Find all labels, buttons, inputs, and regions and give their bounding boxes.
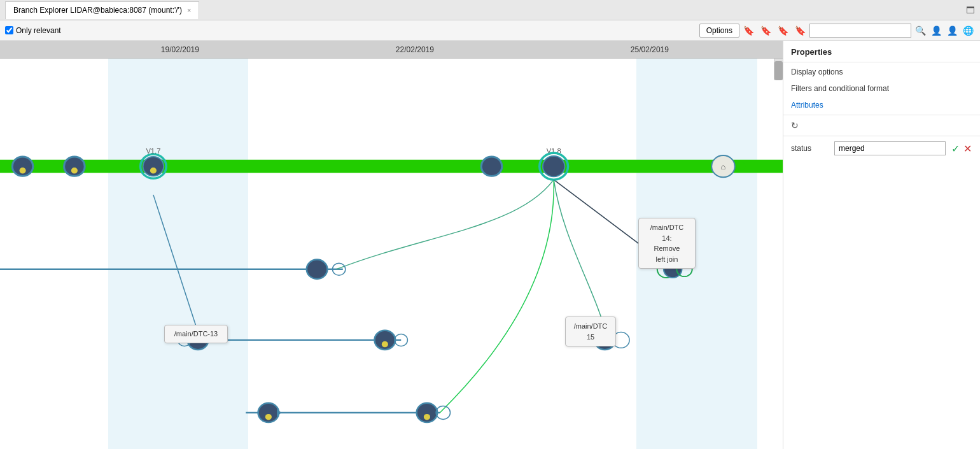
toolbar-icons: 🔖 🔖 🔖 🔖: [742, 24, 807, 37]
options-button[interactable]: Options: [699, 24, 739, 38]
graph-canvas[interactable]: V1.7 V1.8: [0, 59, 783, 449]
sidebar-attributes[interactable]: Attributes: [783, 97, 980, 113]
dtc15-node[interactable]: [594, 331, 615, 350]
connector-dtc14: [554, 180, 673, 269]
toolbar: Only relevant Options 🔖 🔖 🔖 🔖 🔍 👤 👤 🌐: [0, 20, 980, 41]
svg-point-3: [150, 167, 157, 174]
node-3[interactable]: [481, 157, 502, 176]
divider-2: [783, 115, 980, 115]
search-input[interactable]: [809, 24, 911, 38]
sidebar-filters[interactable]: Filters and conditional format: [783, 80, 980, 97]
status-label: status: [791, 144, 829, 153]
title-bar: Branch Explorer LIDAR@babieca:8087 (moun…: [0, 0, 980, 20]
status-field: status ✓ ✕: [783, 138, 980, 159]
status-input[interactable]: [834, 141, 946, 155]
curve-1: [337, 180, 554, 269]
curve-2: [554, 180, 608, 340]
bookmark-icon-3[interactable]: 🔖: [776, 24, 790, 37]
scrollbar-thumb[interactable]: [774, 61, 783, 80]
svg-point-9: [424, 414, 430, 420]
refresh-btn[interactable]: ↻: [783, 117, 980, 134]
svg-point-7: [265, 414, 272, 420]
globe-icon[interactable]: 🌐: [962, 24, 975, 37]
sidebar: Properties Display options Filters and c…: [783, 41, 980, 449]
tab-title: Branch Explorer LIDAR@babieca:8087 (moun…: [13, 6, 182, 15]
divider-3: [783, 136, 980, 136]
curve-3: [440, 180, 554, 413]
graph-area[interactable]: 19/02/2019 22/02/2019 25/02/2019: [0, 41, 783, 449]
date-header: 19/02/2019 22/02/2019 25/02/2019: [0, 41, 783, 59]
search-button[interactable]: 🔍: [914, 24, 927, 37]
confirm-btn[interactable]: ✓: [951, 142, 960, 155]
date-label-1: 19/02/2019: [161, 45, 199, 54]
scrollbar[interactable]: [774, 59, 783, 80]
dev-node-1[interactable]: [307, 260, 328, 279]
bookmark-icon-2[interactable]: 🔖: [759, 24, 773, 37]
svg-point-6: [382, 341, 388, 348]
person-icon-1[interactable]: 👤: [930, 24, 943, 37]
only-relevant-label[interactable]: Only relevant: [16, 26, 61, 35]
bookmark-icon-4[interactable]: 🔖: [794, 24, 807, 37]
close-tab-btn[interactable]: ×: [187, 6, 191, 14]
graph-svg: V1.7 V1.8: [0, 59, 783, 449]
only-relevant-checkbox[interactable]: [5, 26, 13, 34]
date-label-2: 22/02/2019: [396, 45, 434, 54]
node-v18[interactable]: [543, 156, 565, 176]
field-actions: ✓ ✕: [951, 142, 972, 155]
person-icon-2[interactable]: 👤: [946, 24, 959, 37]
maximize-icon[interactable]: 🗖: [966, 5, 975, 15]
date-label-3: 25/02/2019: [631, 45, 669, 54]
home-dot: [736, 162, 745, 171]
bookmark-icon-1[interactable]: 🔖: [742, 24, 755, 37]
connector-1: [153, 195, 200, 340]
cancel-btn[interactable]: ✕: [963, 142, 972, 155]
sidebar-display-options[interactable]: Display options: [783, 64, 980, 80]
svg-point-1: [19, 167, 25, 174]
tab[interactable]: Branch Explorer LIDAR@babieca:8087 (moun…: [5, 1, 199, 19]
svg-text:⌂: ⌂: [720, 162, 725, 171]
divider-1: [783, 62, 980, 62]
svg-point-2: [71, 167, 78, 174]
properties-title: Properties: [783, 41, 980, 61]
main-container: 19/02/2019 22/02/2019 25/02/2019: [0, 41, 980, 449]
window-controls: 🗖: [966, 5, 975, 15]
